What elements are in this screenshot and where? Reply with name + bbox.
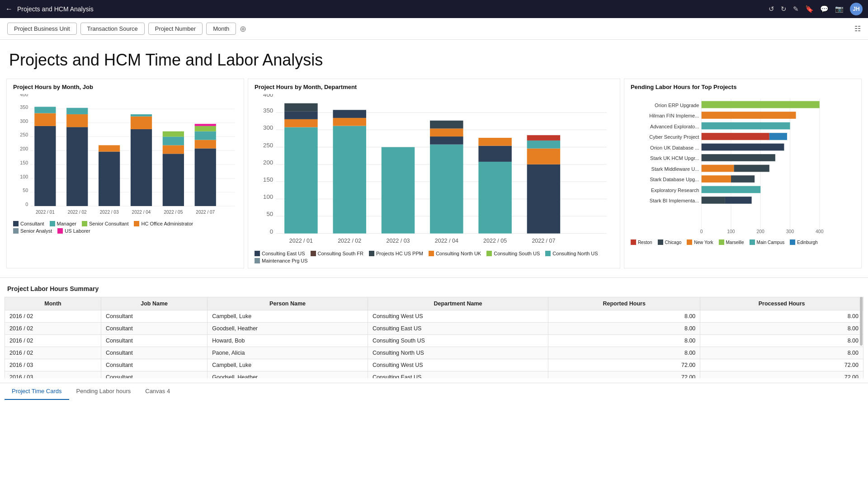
- svg-rect-72: [478, 162, 511, 234]
- chart-job-legend: Consultant Manager Senior Consultant HC …: [13, 221, 237, 234]
- chart-job-svg: 0 50 100 150 200 250 300 350 400: [13, 94, 237, 217]
- filter-project-number[interactable]: Project Number: [148, 23, 203, 35]
- svg-rect-64: [333, 126, 366, 234]
- svg-text:200: 200: [263, 159, 273, 166]
- col-dept: Department Name: [368, 297, 548, 310]
- chart-pending-svg: 0 100 200 300 400 Orion ERP Upgrade Hilm…: [631, 94, 855, 235]
- svg-text:Stark Database Upg...: Stark Database Upg...: [650, 177, 699, 182]
- svg-text:2022 / 02: 2022 / 02: [68, 210, 87, 215]
- svg-text:200: 200: [756, 229, 764, 234]
- svg-text:150: 150: [20, 160, 28, 165]
- svg-rect-23: [99, 152, 120, 206]
- svg-rect-61: [284, 119, 317, 127]
- svg-text:Exploratory Research: Exploratory Research: [651, 188, 699, 193]
- svg-rect-36: [195, 124, 216, 126]
- svg-text:0: 0: [700, 229, 703, 234]
- svg-rect-66: [333, 110, 366, 118]
- charts-area: Project Hours by Month, Job 0 50 100 150…: [0, 77, 868, 278]
- svg-rect-77: [527, 141, 560, 149]
- table-row: 2016 / 03 Consultant Goodsell, Heather C…: [5, 371, 863, 379]
- chart-dept-svg: 0 50 100 150 200 250 300 350 400: [255, 94, 613, 247]
- svg-text:2022 / 05: 2022 / 05: [483, 238, 507, 244]
- svg-rect-24: [99, 145, 120, 151]
- back-button[interactable]: ←: [5, 5, 13, 13]
- col-month: Month: [5, 297, 101, 310]
- bookmark-icon[interactable]: 🔖: [805, 5, 814, 13]
- chart-pending-legend: Reston Chicago New York Marseille Main C…: [631, 239, 855, 245]
- svg-text:100: 100: [20, 174, 28, 179]
- tab-project-time-cards[interactable]: Project Time Cards: [5, 383, 69, 400]
- svg-text:2022 / 01: 2022 / 01: [289, 238, 313, 244]
- page-title: Projects and HCM Time and Labor Analysis: [0, 40, 868, 77]
- svg-text:250: 250: [263, 142, 273, 149]
- svg-rect-75: [527, 164, 560, 234]
- edit-icon[interactable]: ✎: [793, 5, 799, 13]
- tab-pending-labor-hours[interactable]: Pending Labor hours: [69, 383, 138, 400]
- undo-icon[interactable]: ↺: [769, 5, 774, 13]
- redo-icon[interactable]: ↻: [781, 5, 787, 13]
- tab-canvas-4[interactable]: Canvas 4: [138, 383, 177, 400]
- svg-text:Stark Middleware U...: Stark Middleware U...: [651, 166, 699, 172]
- svg-rect-22: [66, 108, 88, 114]
- svg-text:2022 / 02: 2022 / 02: [338, 238, 361, 244]
- svg-rect-96: [702, 101, 820, 108]
- chart-dept-legend: Consulting East US Consulting South FR P…: [255, 251, 613, 263]
- svg-text:300: 300: [20, 118, 28, 124]
- svg-rect-112: [702, 175, 731, 183]
- labor-hours-table: Month Job Name Person Name Department Na…: [5, 297, 863, 378]
- filter-project-business-unit[interactable]: Project Business Unit: [7, 23, 77, 35]
- svg-text:50: 50: [267, 211, 274, 217]
- svg-rect-70: [430, 128, 463, 136]
- svg-text:0: 0: [25, 202, 28, 207]
- svg-text:2022 / 05: 2022 / 05: [164, 210, 183, 215]
- col-person: Person Name: [208, 297, 368, 310]
- svg-text:Advanced Explorato...: Advanced Explorato...: [650, 124, 699, 129]
- svg-rect-103: [769, 133, 787, 140]
- header-icons: ↺ ↻ ✎ 🔖 💬 📷 JH: [769, 3, 863, 15]
- svg-text:2022 / 03: 2022 / 03: [100, 210, 119, 215]
- svg-rect-60: [284, 127, 317, 233]
- svg-text:Cyber Security Project: Cyber Security Project: [649, 134, 699, 140]
- svg-rect-25: [131, 129, 152, 206]
- table-row: 2016 / 02 Consultant Goodsell, Heather C…: [5, 323, 863, 335]
- svg-text:100: 100: [263, 193, 273, 200]
- svg-rect-67: [382, 147, 415, 234]
- svg-rect-62: [284, 111, 317, 119]
- table-row: 2016 / 02 Consultant Paone, Alicia Consu…: [5, 347, 863, 359]
- image-icon[interactable]: 📷: [835, 5, 844, 13]
- svg-text:2022 / 04: 2022 / 04: [132, 210, 151, 215]
- svg-text:400: 400: [20, 94, 28, 97]
- svg-rect-65: [333, 118, 366, 126]
- comment-icon[interactable]: 💬: [820, 5, 829, 13]
- svg-text:Orion UK Database ...: Orion UK Database ...: [650, 145, 699, 150]
- svg-rect-100: [702, 122, 790, 130]
- svg-rect-29: [163, 145, 184, 154]
- svg-text:0: 0: [270, 228, 273, 235]
- svg-rect-117: [702, 197, 725, 204]
- table-scrollbar[interactable]: [860, 297, 863, 346]
- svg-text:Orion ERP Upgrade: Orion ERP Upgrade: [655, 103, 699, 108]
- chart-pending: Pending Labor Hours for Top Projects 0 1…: [624, 79, 862, 268]
- svg-rect-17: [34, 126, 56, 206]
- col-job: Job Name: [101, 297, 208, 310]
- filter-month[interactable]: Month: [206, 23, 236, 35]
- svg-rect-19: [34, 107, 56, 113]
- bottom-tabs: Project Time Cards Pending Labor hours C…: [0, 383, 868, 400]
- svg-text:Stark UK HCM Upgr...: Stark UK HCM Upgr...: [650, 155, 699, 161]
- svg-rect-115: [702, 186, 761, 193]
- svg-rect-107: [702, 154, 775, 161]
- svg-text:50: 50: [23, 188, 28, 193]
- svg-text:2022 / 01: 2022 / 01: [36, 210, 55, 215]
- svg-rect-68: [430, 145, 463, 234]
- svg-text:250: 250: [20, 132, 28, 137]
- svg-rect-109: [702, 165, 734, 172]
- svg-text:Stark BI Implementa...: Stark BI Implementa...: [650, 198, 699, 203]
- svg-rect-21: [66, 114, 88, 127]
- add-filter-button[interactable]: ⊕: [240, 24, 246, 34]
- svg-text:2022 / 07: 2022 / 07: [196, 210, 215, 215]
- avatar: JH: [850, 3, 863, 15]
- filter-bar: Project Business Unit Transaction Source…: [0, 18, 868, 40]
- filter-options-icon[interactable]: ☷: [854, 24, 861, 33]
- filter-transaction-source[interactable]: Transaction Source: [80, 23, 145, 35]
- header-bar: ← Projects and HCM Analysis ↺ ↻ ✎ 🔖 💬 📷 …: [0, 0, 868, 18]
